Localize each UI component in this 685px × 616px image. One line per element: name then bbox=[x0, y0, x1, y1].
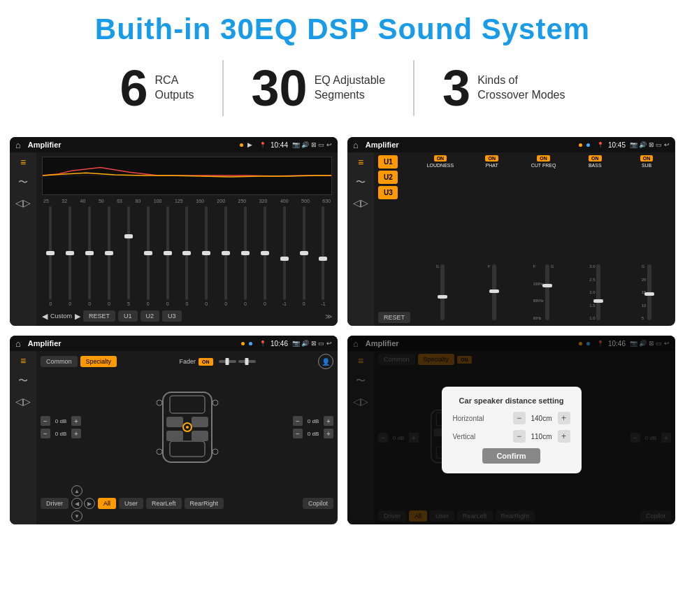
horizontal-value: 140cm bbox=[528, 415, 555, 422]
dialog-overlay: Car speaker distance setting Horizontal … bbox=[347, 336, 675, 524]
home-icon-2[interactable]: ⌂ bbox=[353, 140, 359, 150]
vertical-minus[interactable]: − bbox=[513, 430, 526, 443]
user-button[interactable]: User bbox=[119, 498, 143, 509]
nav-up[interactable]: ▲ bbox=[71, 485, 82, 496]
wave-icon[interactable]: 〜 bbox=[18, 176, 28, 189]
common-tab[interactable]: Common bbox=[41, 356, 78, 367]
reset-button-amp2[interactable]: RESET bbox=[378, 312, 410, 323]
stat-rca: 6 RCA Outputs bbox=[92, 63, 222, 113]
slider-track[interactable] bbox=[185, 206, 188, 300]
slider-track[interactable] bbox=[88, 206, 91, 300]
speaker-icon-2[interactable]: ◁▷ bbox=[353, 197, 368, 208]
vol-ctrl-3: − 0 dB + bbox=[293, 416, 333, 426]
slider-track[interactable] bbox=[68, 206, 71, 300]
vol-plus-4[interactable]: + bbox=[324, 429, 333, 438]
nav-down[interactable]: ▼ bbox=[71, 510, 82, 522]
slider-track[interactable] bbox=[303, 206, 305, 300]
on-badge-bass: ON bbox=[589, 155, 602, 162]
rearright-button[interactable]: RearRight bbox=[185, 498, 224, 509]
eq-icon-3[interactable]: ≡ bbox=[20, 355, 26, 366]
loudness-slider[interactable] bbox=[440, 264, 445, 320]
slider-track[interactable] bbox=[108, 206, 110, 300]
svg-point-9 bbox=[186, 426, 189, 429]
eq-slider-col: 0 bbox=[42, 206, 59, 306]
specialty-tab[interactable]: Specialty bbox=[80, 356, 117, 367]
svg-point-10 bbox=[157, 400, 162, 406]
phat-col: ON PHAT F bbox=[468, 155, 517, 323]
cutfreq-slider[interactable] bbox=[545, 264, 549, 320]
all-button[interactable]: All bbox=[98, 498, 116, 509]
nav-right[interactable]: ▶ bbox=[84, 498, 95, 509]
slider-track[interactable] bbox=[283, 206, 286, 300]
slider-track[interactable] bbox=[147, 206, 150, 300]
slider-track[interactable] bbox=[244, 206, 247, 300]
vol-plus-3[interactable]: + bbox=[324, 416, 333, 426]
prev-icon[interactable]: ◀ bbox=[42, 312, 48, 321]
eq-slider-col: 0 bbox=[101, 206, 118, 306]
fader-on-toggle[interactable]: ON bbox=[199, 358, 213, 366]
copilot-button[interactable]: Copilot bbox=[303, 498, 333, 509]
eq-icon-2[interactable]: ≡ bbox=[358, 157, 363, 168]
vol-minus-3[interactable]: − bbox=[293, 416, 303, 426]
speaker-icon-3[interactable]: ◁▷ bbox=[15, 396, 31, 407]
home-icon[interactable]: ⌂ bbox=[15, 140, 21, 150]
fader-right-ctrl: − 0 dB + − 0 dB + bbox=[293, 416, 333, 438]
next-icon[interactable]: ▶ bbox=[75, 312, 80, 321]
svg-rect-2 bbox=[170, 396, 205, 413]
eq-icon[interactable]: ≡ bbox=[20, 157, 26, 168]
eq-slider-col: 0 bbox=[198, 206, 215, 306]
reset-button[interactable]: RESET bbox=[83, 310, 115, 322]
eq-slider-col: 5 bbox=[120, 206, 137, 306]
play-icon: ▶ bbox=[247, 141, 252, 148]
slider-track[interactable] bbox=[264, 206, 266, 300]
vol-minus-4[interactable]: − bbox=[293, 429, 303, 438]
svg-rect-7 bbox=[192, 431, 208, 441]
home-icon-3[interactable]: ⌂ bbox=[15, 338, 21, 349]
wave-icon-2[interactable]: 〜 bbox=[356, 176, 366, 189]
vol-minus-2[interactable]: − bbox=[41, 429, 50, 438]
confirm-button[interactable]: Confirm bbox=[482, 448, 540, 464]
u2-button[interactable]: U2 bbox=[140, 310, 160, 322]
status-dot-1 bbox=[240, 143, 243, 147]
bass-slider[interactable] bbox=[596, 264, 600, 320]
slider-track[interactable] bbox=[166, 206, 169, 300]
sub-slider[interactable] bbox=[647, 264, 651, 320]
slider-track[interactable] bbox=[127, 206, 130, 300]
phat-slider[interactable] bbox=[492, 264, 496, 320]
slider-track[interactable] bbox=[322, 206, 324, 300]
side-icons-2: ≡ 〜 ◁▷ bbox=[347, 152, 374, 326]
eq-slider-col: -1 bbox=[315, 206, 332, 306]
h-slider-2[interactable] bbox=[238, 360, 256, 363]
vertical-ctrl: − 110cm + bbox=[513, 430, 570, 443]
speaker-icon[interactable]: ◁▷ bbox=[15, 197, 31, 208]
u3-preset-button[interactable]: U3 bbox=[378, 186, 398, 199]
location-icon: 📍 bbox=[259, 142, 266, 148]
vertical-value: 110cm bbox=[528, 433, 555, 440]
driver-button[interactable]: Driver bbox=[41, 498, 68, 509]
horizontal-minus[interactable]: − bbox=[513, 412, 526, 424]
vol-minus-1[interactable]: − bbox=[41, 416, 50, 426]
vol-plus-2[interactable]: + bbox=[71, 429, 81, 438]
u2-preset-button[interactable]: U2 bbox=[378, 171, 398, 184]
slider-track[interactable] bbox=[205, 206, 208, 300]
slider-track[interactable] bbox=[224, 206, 227, 300]
rearleft-button[interactable]: RearLeft bbox=[146, 498, 182, 509]
vol-plus-1[interactable]: + bbox=[71, 416, 81, 426]
u1-button[interactable]: U1 bbox=[118, 310, 138, 322]
u3-button[interactable]: U3 bbox=[162, 310, 182, 322]
settings-icon[interactable]: 👤 bbox=[318, 354, 333, 369]
h-slider-1[interactable] bbox=[219, 360, 236, 363]
nav-left[interactable]: ◀ bbox=[71, 498, 82, 509]
eq-slider-col: 0 bbox=[256, 206, 273, 306]
amp2-body: U1 U2 U3 RESET ON LOUDNESS G bbox=[374, 152, 675, 326]
slider-track[interactable] bbox=[49, 206, 52, 300]
horizontal-ctrl: − 140cm + bbox=[513, 412, 570, 424]
vertical-plus[interactable]: + bbox=[558, 430, 570, 443]
amp2-presets: U1 U2 U3 RESET bbox=[378, 155, 410, 323]
horizontal-label: Horizontal bbox=[453, 415, 484, 422]
fader-label: Fader bbox=[180, 358, 196, 365]
u1-preset-button[interactable]: U1 bbox=[378, 155, 398, 169]
wave-icon-3[interactable]: 〜 bbox=[18, 375, 28, 387]
horizontal-plus[interactable]: + bbox=[558, 412, 570, 424]
amp2-controls: ON LOUDNESS G ON bbox=[416, 155, 671, 323]
